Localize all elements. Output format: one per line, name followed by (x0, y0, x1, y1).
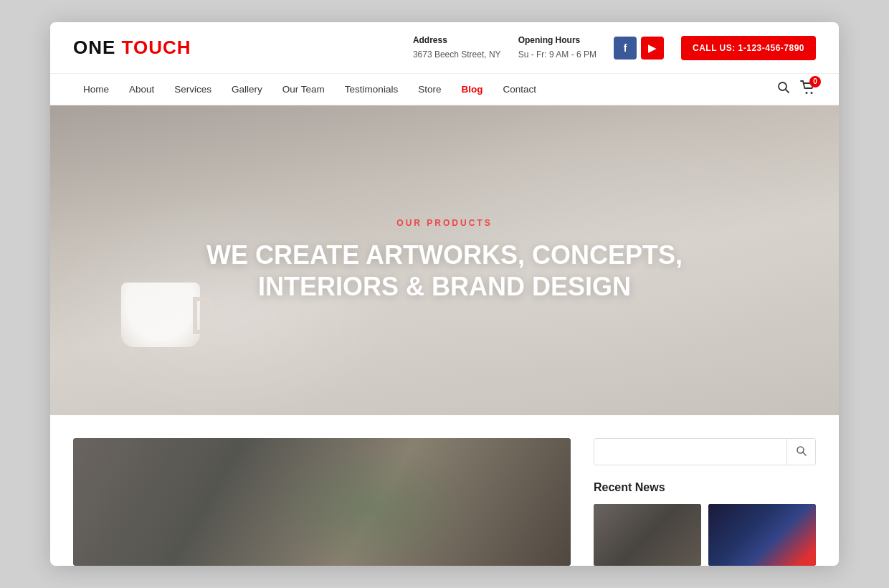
news-thumb-1[interactable] (594, 504, 701, 566)
nav-link-about[interactable]: About (119, 74, 164, 105)
nav-link-home[interactable]: Home (73, 74, 119, 105)
top-bar-right: Address 3673 Beech Street, NY Opening Ho… (413, 34, 816, 61)
below-hero: Recent News (50, 415, 839, 566)
address-label: Address (413, 34, 501, 47)
nav-link-gallery[interactable]: Gallery (222, 74, 272, 105)
nav-item-home[interactable]: Home (73, 74, 119, 105)
facebook-icon[interactable]: f (614, 37, 637, 60)
hours-block: Opening Hours Su - Fr: 9 AM - 6 PM (518, 34, 596, 61)
hero-section: OUR PRODUCTS WE CREATE ARTWORKS, CONCEPT… (50, 105, 839, 415)
logo-touch: TOUCH (122, 37, 191, 58)
nav-item-store[interactable]: Store (408, 74, 451, 105)
hero-sub-label: OUR PRODUCTS (206, 218, 683, 228)
youtube-icon[interactable]: ▶ (641, 37, 664, 60)
hero-cup-decoration (121, 283, 200, 347)
cart-badge: 0 (809, 76, 821, 87)
recent-news-title: Recent News (594, 481, 816, 494)
blog-featured-image (73, 438, 571, 566)
nav-bar: Home About Services Gallery Our Team Tes… (50, 74, 839, 105)
nav-item-our-team[interactable]: Our Team (272, 74, 335, 105)
call-button[interactable]: CALL US: 1-123-456-7890 (681, 36, 816, 60)
hero-text: OUR PRODUCTS WE CREATE ARTWORKS, CONCEPT… (206, 218, 683, 303)
nav-link-services[interactable]: Services (164, 74, 222, 105)
nav-link-blog[interactable]: Blog (451, 74, 493, 105)
nav-item-testimonials[interactable]: Testimonials (335, 74, 408, 105)
sidebar-search (594, 438, 816, 465)
sidebar-search-input[interactable] (594, 440, 786, 463)
nav-links: Home About Services Gallery Our Team Tes… (73, 74, 546, 105)
svg-line-5 (803, 452, 806, 455)
logo: ONE TOUCH (73, 37, 191, 59)
nav-icons: 0 (777, 80, 816, 98)
hero-title-line1: WE CREATE ARTWORKS, CONCEPTS, (206, 240, 683, 271)
hero-title-line2: INTERIORS & BRAND DESIGN (206, 271, 683, 303)
nav-item-about[interactable]: About (119, 74, 164, 105)
hours-label: Opening Hours (518, 34, 596, 47)
svg-point-3 (811, 92, 813, 94)
address-block: Address 3673 Beech Street, NY (413, 34, 501, 61)
svg-point-2 (806, 92, 808, 94)
cart-icon[interactable]: 0 (800, 80, 816, 98)
address-value: 3673 Beech Street, NY (413, 48, 501, 62)
news-thumb-2[interactable] (708, 504, 816, 566)
nav-item-services[interactable]: Services (164, 74, 222, 105)
nav-link-contact[interactable]: Contact (493, 74, 546, 105)
logo-one: ONE (73, 37, 115, 58)
sidebar-search-button[interactable] (786, 439, 815, 465)
sidebar-news-grid (594, 504, 816, 566)
main-content (73, 438, 594, 566)
search-icon[interactable] (777, 81, 790, 98)
nav-link-store[interactable]: Store (408, 74, 451, 105)
social-icons: f ▶ (614, 37, 664, 60)
hero-title: WE CREATE ARTWORKS, CONCEPTS, INTERIORS … (206, 240, 683, 303)
sidebar: Recent News (594, 438, 816, 566)
nav-item-gallery[interactable]: Gallery (222, 74, 272, 105)
nav-item-blog[interactable]: Blog (451, 74, 493, 105)
svg-line-1 (786, 89, 789, 92)
nav-item-contact[interactable]: Contact (493, 74, 546, 105)
hours-value: Su - Fr: 9 AM - 6 PM (518, 48, 596, 62)
browser-window: ONE TOUCH Address 3673 Beech Street, NY … (50, 22, 839, 565)
nav-link-testimonials[interactable]: Testimonials (335, 74, 408, 105)
top-bar: ONE TOUCH Address 3673 Beech Street, NY … (50, 22, 839, 73)
nav-link-our-team[interactable]: Our Team (272, 74, 335, 105)
